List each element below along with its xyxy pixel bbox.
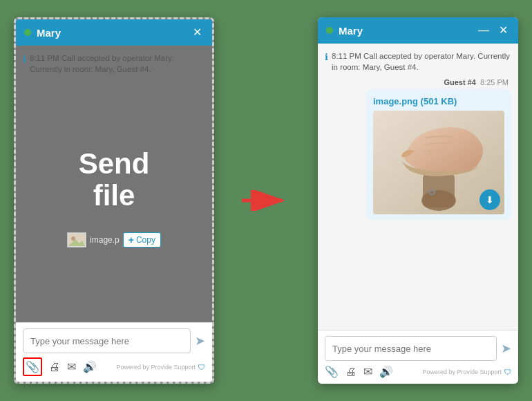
left-system-message: ℹ 8:11 PM Call accepted by operator Mary…	[23, 53, 205, 75]
send-file-label: Sendfile	[79, 148, 150, 212]
left-close-button[interactable]: ✕	[191, 27, 204, 38]
left-toolbar: 📎 🖨 ✉ 🔊 Powered by Provide Support 🛡	[23, 357, 205, 376]
right-chat-title: Mary	[339, 25, 471, 37]
message-meta: Guest #4 8:25 PM	[325, 78, 511, 86]
left-chat-header: Mary ✕	[16, 19, 212, 46]
right-shield-icon: 🛡	[504, 368, 511, 376]
left-input-area: ➤ 📎 🖨 ✉ 🔊 Powered by Provide Support 🛡	[16, 322, 212, 382]
left-powered-by: Powered by Provide Support 🛡	[116, 363, 205, 371]
right-email-button[interactable]: ✉	[363, 365, 372, 378]
right-info-icon: ℹ	[325, 51, 328, 64]
send-file-area: Sendfile image.p + Copy	[67, 80, 161, 315]
left-shield-icon: 🛡	[198, 363, 205, 371]
message-bubble: image.png (501 KB)	[366, 89, 511, 220]
message-time: 8:25 PM	[480, 78, 509, 86]
right-send-icon: ➤	[501, 341, 511, 356]
right-close-button[interactable]: ✕	[497, 25, 510, 36]
left-sound-button[interactable]: 🔊	[83, 360, 97, 373]
left-input-row: ➤	[23, 328, 205, 353]
right-minimize-button[interactable]: —	[476, 25, 491, 36]
copy-button[interactable]: + Copy	[123, 232, 161, 248]
left-send-button[interactable]: ➤	[195, 333, 205, 348]
image-container: ⬇	[373, 111, 504, 214]
left-chat-window: Mary ✕ ℹ 8:11 PM Call accepted by operat…	[14, 17, 214, 384]
file-name-label: image.p	[90, 235, 120, 245]
right-powered-by: Powered by Provide Support 🛡	[422, 368, 511, 376]
left-message-input[interactable]	[23, 328, 191, 353]
right-input-row: ➤	[325, 336, 511, 361]
file-thumbnail	[67, 232, 86, 248]
right-chat-header: Mary — ✕	[318, 17, 518, 44]
svg-rect-7	[423, 173, 455, 207]
download-icon: ⬇	[486, 194, 494, 205]
left-attach-button[interactable]: 📎	[23, 357, 42, 376]
file-link[interactable]: image.png (501 KB)	[373, 96, 457, 106]
right-print-button[interactable]: 🖨	[345, 366, 357, 378]
right-send-button[interactable]: ➤	[501, 341, 511, 356]
message-sender: Guest #4	[444, 78, 475, 86]
left-chat-title: Mary	[37, 27, 185, 39]
right-sound-button[interactable]: 🔊	[379, 365, 393, 378]
arrow-container	[242, 190, 290, 211]
right-input-area: ➤ 📎 🖨 ✉ 🔊 Powered by Provide Support 🛡	[318, 330, 518, 384]
download-button[interactable]: ⬇	[479, 189, 500, 210]
right-message-input[interactable]	[325, 336, 497, 361]
left-status-dot	[24, 29, 31, 36]
left-print-button[interactable]: 🖨	[49, 361, 60, 373]
left-info-icon: ℹ	[23, 53, 26, 66]
guest-message-row: Guest #4 8:25 PM image.png (501 KB)	[325, 78, 511, 220]
arrow-icon	[242, 190, 290, 211]
right-status-dot	[326, 27, 333, 34]
left-email-button[interactable]: ✉	[67, 360, 76, 373]
left-send-icon: ➤	[195, 333, 205, 348]
right-system-message: ℹ 8:11 PM Call accepted by operator Mary…	[325, 50, 511, 73]
right-attach-button[interactable]: 📎	[325, 365, 339, 378]
left-chat-body: ℹ 8:11 PM Call accepted by operator Mary…	[16, 46, 212, 322]
right-toolbar: 📎 🖨 ✉ 🔊 Powered by Provide Support 🛡	[325, 365, 511, 378]
right-chat-window: Mary — ✕ ℹ 8:11 PM Call accepted by oper…	[318, 17, 518, 384]
right-chat-body: ℹ 8:11 PM Call accepted by operator Mary…	[318, 44, 518, 330]
copy-label: Copy	[136, 235, 155, 245]
plus-icon: +	[129, 234, 134, 245]
